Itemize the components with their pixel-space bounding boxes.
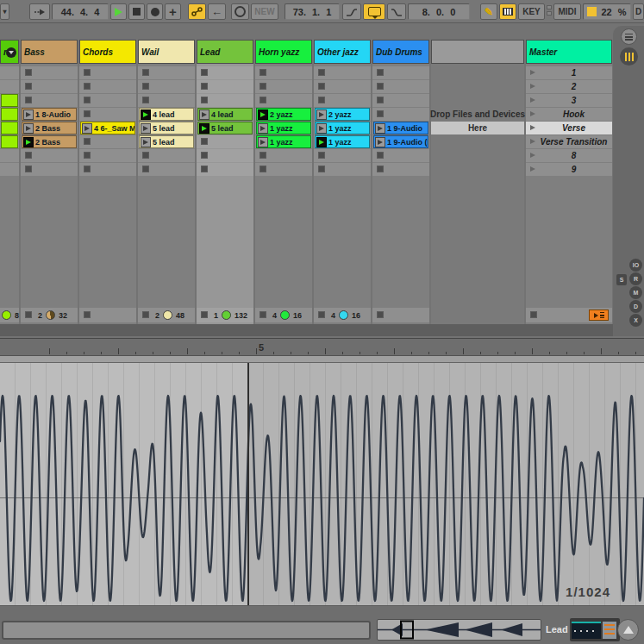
clip-slot[interactable] <box>138 94 195 107</box>
master-track-header[interactable]: Master <box>526 40 612 64</box>
clip-slot[interactable]: 1 9-Audio <box>372 122 429 134</box>
clip-slot[interactable] <box>372 66 429 79</box>
clip-slot[interactable] <box>197 163 253 176</box>
clip-slot[interactable] <box>79 149 136 162</box>
clip-slot[interactable] <box>138 66 195 79</box>
clip-slot[interactable]: 4 lead <box>197 108 253 121</box>
clip[interactable]: 1 9-Audio <box>373 122 428 134</box>
clip-slot[interactable] <box>314 80 371 93</box>
stop-all-clips-button[interactable] <box>530 311 537 318</box>
scrub-area[interactable] <box>0 356 644 363</box>
clip-slot[interactable] <box>372 80 429 93</box>
clip-stop-button[interactable] <box>84 69 91 76</box>
track-header[interactable]: Wail <box>138 40 195 64</box>
clip-slot[interactable] <box>79 80 136 93</box>
clip-slot[interactable]: 4 6-_Saw Ma <box>79 122 136 134</box>
clip-slot[interactable] <box>79 135 136 148</box>
clip-slot[interactable]: 2 yazz <box>314 108 371 121</box>
clip-stop-button[interactable] <box>201 97 208 103</box>
track-header[interactable]: Bass <box>21 40 78 64</box>
clip-slot[interactable] <box>79 163 136 176</box>
clip-slot[interactable] <box>372 94 429 107</box>
clip[interactable] <box>1 122 18 134</box>
clip[interactable]: 2 Bass <box>22 135 77 148</box>
clip-slot[interactable] <box>0 135 19 148</box>
mixer-toggle-button[interactable] <box>620 47 638 66</box>
clip-slot[interactable]: 1 yazz <box>314 122 371 134</box>
clip-stop-button[interactable] <box>259 83 266 90</box>
clip-stop-button[interactable] <box>318 166 325 172</box>
clip-slot[interactable] <box>0 108 19 121</box>
drop-zone-column[interactable]: Drop Files and DevicesHere <box>431 40 524 324</box>
clip-slot[interactable] <box>197 149 253 162</box>
track-header[interactable]: Other jazz <box>314 40 371 64</box>
clip-stop-button[interactable] <box>259 97 266 103</box>
horizontal-scrollbar[interactable] <box>2 621 371 640</box>
clip-stop-button[interactable] <box>142 152 149 159</box>
scene-slot[interactable]: 3 <box>526 94 612 107</box>
clip-slot[interactable] <box>255 94 312 107</box>
clip-slot[interactable] <box>314 149 371 162</box>
clip-slot[interactable] <box>21 80 78 93</box>
clip-launch-button[interactable] <box>23 109 34 120</box>
scene-launch-icon[interactable] <box>530 97 535 103</box>
clip-slot[interactable]: 1 yazz <box>314 135 371 148</box>
clip-launch-button[interactable] <box>141 109 151 120</box>
clip-slot[interactable]: 2 yazz <box>255 108 312 121</box>
clip[interactable]: 2 Bass <box>22 122 77 134</box>
clip-slot[interactable]: 5 lead <box>138 122 195 134</box>
clip-launch-button[interactable] <box>199 109 209 120</box>
clip-launch-button[interactable] <box>141 137 151 147</box>
clip-stop-button[interactable] <box>142 311 149 318</box>
sends-toggle-button[interactable]: S <box>616 274 627 285</box>
clip-stop-button[interactable] <box>377 69 384 76</box>
clip-slot[interactable] <box>314 66 371 79</box>
clip-stop-button[interactable] <box>142 97 149 103</box>
clip-stop-button[interactable] <box>84 311 91 318</box>
clip-launch-button[interactable] <box>141 123 151 134</box>
clip-launch-button[interactable] <box>23 137 34 147</box>
clip-slot[interactable] <box>21 94 78 107</box>
clip-slot[interactable]: 1 8-Audio <box>21 108 78 121</box>
clip-stop-button[interactable] <box>377 97 384 103</box>
track-header[interactable]: Chords <box>79 40 136 64</box>
clip-stop-button[interactable] <box>377 110 384 117</box>
clip-stop-button[interactable] <box>201 152 208 159</box>
clip-launch-button[interactable] <box>375 137 385 147</box>
scene-launch-icon[interactable] <box>530 111 535 116</box>
clip-overview[interactable] <box>377 619 541 641</box>
clip-stop-button[interactable] <box>377 166 384 172</box>
scene-launch-icon[interactable] <box>530 125 535 130</box>
clip-stop-button[interactable] <box>25 69 32 76</box>
scene-launch-icon[interactable] <box>530 70 535 75</box>
clip[interactable]: 2 yazz <box>256 108 311 121</box>
clip-stop-button[interactable] <box>84 166 91 172</box>
detail-view-toggle-button[interactable] <box>617 619 639 641</box>
clip-slot[interactable] <box>197 66 253 79</box>
clip[interactable]: 4 6-_Saw Ma <box>80 122 135 134</box>
clip-slot[interactable] <box>372 149 429 162</box>
clip-stop-button[interactable] <box>84 110 91 117</box>
clip-stop-button[interactable] <box>318 69 325 76</box>
clip-stop-button[interactable] <box>318 97 325 103</box>
fold-arrow-icon[interactable] <box>6 47 16 58</box>
clip-stop-button[interactable] <box>142 166 149 172</box>
clip-stop-button[interactable] <box>259 311 266 318</box>
scene-slot[interactable]: Verse <box>526 122 612 134</box>
clip-stop-button[interactable] <box>259 69 266 76</box>
sample-display[interactable]: 1/1024 <box>0 363 644 605</box>
clip-slot[interactable] <box>255 149 312 162</box>
clip-launch-button[interactable] <box>375 123 385 134</box>
track-header[interactable]: Dub Drums <box>372 40 429 64</box>
clip[interactable]: 1 8-Audio <box>22 108 77 121</box>
clip-slot[interactable] <box>0 163 19 176</box>
clip[interactable] <box>1 135 18 148</box>
scene-launch-icon[interactable] <box>530 166 535 172</box>
clip-slot[interactable] <box>255 80 312 93</box>
clip-stop-button[interactable] <box>318 152 325 159</box>
track-header[interactable]: Horn yazz <box>255 40 312 64</box>
clip-slot[interactable] <box>0 122 19 134</box>
clip-launch-button[interactable] <box>258 137 268 147</box>
mixer-section-toggle-x[interactable]: X <box>629 314 642 327</box>
clip-slot[interactable]: 1 yazz <box>255 122 312 134</box>
